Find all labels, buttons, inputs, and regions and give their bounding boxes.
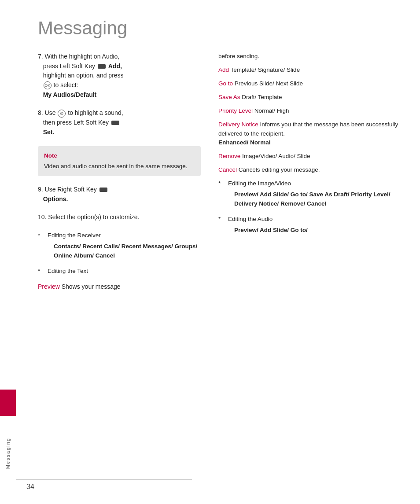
bullet-text: * Editing the Text [38, 267, 201, 276]
step-7-number: 7. [38, 53, 43, 60]
right-bullet-audio: * Editing the Audio Preview/ Add Slide/ … [218, 215, 407, 235]
bullet-star-2: * [38, 267, 44, 276]
step-7-text4: highlight an option, and press [43, 72, 124, 79]
step-10-text1: Select the option(s) to customize. [48, 213, 139, 221]
bottom-line [16, 479, 192, 480]
right-star-1: * [218, 179, 225, 209]
left-soft-key-icon-8 [111, 121, 119, 125]
note-box: Note Video and audio cannot be sent in t… [38, 146, 201, 177]
step-7-bold: My Audios/Default [43, 91, 97, 98]
right-bullet-audio-row: * Editing the Audio Preview/ Add Slide/ … [218, 215, 407, 235]
right-bullet-image-text: Editing the Image/Video [228, 180, 291, 187]
step-8-bold: Set. [43, 129, 55, 136]
step-7-text2: press Left Soft Key [43, 63, 95, 70]
delivery-label: Delivery Notice [218, 121, 258, 128]
bullet-receiver-row: * Editing the Receiver Contacts/ Recent … [38, 231, 201, 261]
goto-label: Go to [218, 80, 233, 87]
right-bullet-audio-text: Editing the Audio [228, 216, 273, 222]
right-item-priority: Priority Level Normal/ High [218, 107, 407, 116]
step-8-text3: then press Left Soft Key [43, 119, 109, 126]
remove-text: Image/Video/ Audio/ Slide [242, 153, 310, 159]
right-bullet-image-row: * Editing the Image/Video Preview/ Add S… [218, 179, 407, 209]
right-star-2: * [218, 215, 225, 235]
right-item-cancel: Cancel Cancels editing your message. [218, 166, 407, 175]
step-8-text2: to highlight a sound, [68, 109, 123, 116]
step-10-number: 10. [38, 213, 46, 221]
remove-label: Remove [218, 153, 240, 159]
right-item-add: Add Template/ Signature/ Slide [218, 66, 407, 75]
step-7-text1: With the highlight on Audio, [45, 53, 120, 60]
page-number: 34 [26, 483, 34, 491]
step-10: 10. Select the option(s) to customize. [38, 213, 201, 222]
bullet-receiver-text: Editing the Receiver [48, 232, 101, 239]
right-intro: before sending. [218, 52, 407, 61]
step-9-text1: Use Right Soft Key [45, 186, 97, 193]
bullet-text-row: * Editing the Text [38, 267, 201, 276]
right-bullet-image-content: Editing the Image/Video Preview/ Add Sli… [228, 179, 407, 209]
main-content: Messaging 7. With the highlight on Audio… [16, 0, 420, 504]
add-label: Add [218, 66, 229, 73]
delivery-extra: Enhanced/ Normal [218, 139, 271, 146]
right-column: before sending. Add Template/ Signature/… [210, 52, 407, 486]
sidebar: Messaging [0, 0, 16, 504]
step-9-bold: Options. [43, 195, 68, 202]
left-column: 7. With the highlight on Audio, press Le… [38, 52, 210, 486]
right-item-saveas: Save As Draft/ Template [218, 93, 407, 102]
right-bullet-audio-sub: Preview/ Add Slide/ Go to/ [234, 226, 407, 235]
content-columns: 7. With the highlight on Audio, press Le… [38, 52, 407, 486]
page-title: Messaging [38, 18, 407, 39]
goto-text: Previous Slide/ Next Slide [235, 80, 303, 87]
step-8: 8. Use ⊙ to highlight a sound, then pres… [38, 108, 201, 137]
step-7-text5: to select: [54, 81, 78, 88]
step-7-text3: Add, [108, 63, 122, 70]
right-bullet-image-sub: Preview/ Add Slide/ Go to/ Save As Draft… [234, 190, 407, 209]
bullet-receiver-sub: Contacts/ Recent Calls/ Recent Messages/… [54, 242, 201, 261]
page: Messaging Messaging 7. With the highligh… [0, 0, 420, 504]
saveas-text: Draft/ Template [242, 94, 282, 100]
priority-text: Normal/ High [254, 107, 289, 114]
bullet-star-1: * [38, 231, 44, 261]
note-text: Video and audio cannot be sent in the sa… [44, 163, 187, 169]
note-label: Note [44, 151, 195, 160]
preview-label: Preview [38, 283, 60, 290]
step-8-text1: Use [45, 109, 56, 116]
bullet-receiver: * Editing the Receiver Contacts/ Recent … [38, 231, 201, 261]
right-soft-key-icon [99, 188, 107, 192]
right-item-delivery: Delivery Notice Informs you that the mes… [218, 120, 407, 148]
bullet-receiver-content: Editing the Receiver Contacts/ Recent Ca… [48, 231, 201, 261]
right-bullet-audio-content: Editing the Audio Preview/ Add Slide/ Go… [228, 215, 407, 235]
step-8-number: 8. [38, 109, 43, 116]
add-text: Template/ Signature/ Slide [231, 66, 300, 73]
right-bullet-image: * Editing the Image/Video Preview/ Add S… [218, 179, 407, 209]
saveas-label: Save As [218, 94, 240, 100]
cancel-text: Cancels editing your message. [239, 166, 320, 173]
right-item-goto: Go to Previous Slide/ Next Slide [218, 79, 407, 88]
priority-label: Priority Level [218, 107, 253, 114]
step-9-number: 9. [38, 186, 43, 193]
nav-icon: ⊙ [58, 110, 66, 118]
step-9: 9. Use Right Soft Key Options. [38, 185, 201, 204]
left-soft-key-icon-7 [98, 64, 106, 69]
right-item-remove: Remove Image/Video/ Audio/ Slide [218, 152, 407, 161]
preview-line: Preview Shows your message [38, 282, 201, 292]
step-7: 7. With the highlight on Audio, press Le… [38, 52, 201, 99]
bullet-text-content: Editing the Text [48, 267, 201, 276]
sidebar-accent-bar [0, 390, 16, 416]
preview-text: Shows your message [62, 283, 121, 290]
cancel-label: Cancel [218, 166, 237, 173]
ok-icon: OK [44, 81, 52, 89]
sidebar-label: Messaging [5, 438, 11, 469]
